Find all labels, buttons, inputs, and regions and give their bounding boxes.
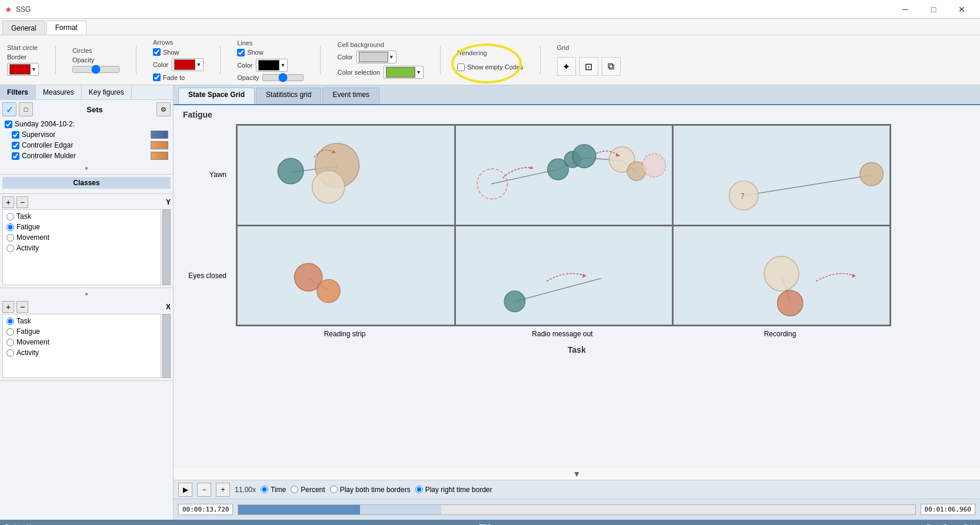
cell-recording-eyes-closed — [672, 225, 890, 325]
cell-svg-2 — [456, 126, 672, 225]
x-task-radio[interactable] — [6, 317, 14, 325]
sets-gear-icon[interactable]: ⚙ — [156, 102, 171, 116]
cell-svg-4 — [238, 226, 454, 325]
close-button[interactable]: ✕ — [948, 0, 975, 19]
checkmark-icon: ✓ — [6, 104, 14, 115]
x-task-label: Task — [16, 317, 31, 325]
grid-cells: 7 — [236, 124, 891, 326]
toolbar-start-circle: Start circle Border ▼ — [7, 44, 39, 76]
arrows-show-checkbox[interactable] — [153, 48, 161, 56]
show-empty-codes-checkbox[interactable] — [457, 63, 465, 71]
speed-display: 11,00x — [235, 486, 256, 494]
grid-icon-2[interactable]: ⊡ — [579, 57, 598, 76]
supervisor-tree-item[interactable]: Supervisor — [2, 129, 171, 140]
play-both-radio[interactable] — [330, 486, 338, 493]
maximize-button[interactable]: □ — [920, 0, 947, 19]
toolbar-cell-bg: Cell background Color ▼ Color selection … — [337, 41, 424, 79]
timeline-progress — [238, 505, 360, 514]
tab-event-times[interactable]: Event times — [322, 88, 379, 104]
x-movement-radio[interactable] — [6, 339, 14, 346]
border-color-picker[interactable]: ▼ — [7, 63, 39, 76]
tab-format[interactable]: Format — [46, 21, 86, 35]
tab-general[interactable]: General — [2, 21, 45, 35]
controller-edgar-tree-item[interactable]: Controller Edgar — [2, 140, 171, 151]
x-add-btn[interactable]: + — [2, 301, 14, 313]
separator-dot-2: ● — [85, 290, 88, 297]
filter-tab-keyfigures[interactable]: Key figures — [82, 85, 132, 99]
sets-check-icon[interactable]: ✓ — [2, 102, 16, 116]
supervisor-checkbox[interactable] — [12, 131, 19, 139]
time-radio[interactable] — [261, 486, 268, 493]
tab-state-space-grid[interactable]: State Space Grid — [178, 88, 255, 104]
mulder-checkbox[interactable] — [12, 152, 19, 160]
y-task-radio[interactable] — [6, 213, 14, 220]
lines-opacity-label: Opacity — [237, 74, 259, 81]
time-label: Time — [271, 486, 286, 494]
time-radio-group: Time — [261, 486, 286, 494]
sep4 — [320, 46, 321, 74]
toolbar: Start circle Border ▼ Circles Opacity Ar… — [0, 35, 980, 85]
controller-mulder-tree-item[interactable]: Controller Mulder — [2, 151, 171, 161]
cell-color-picker[interactable]: ▼ — [356, 51, 396, 63]
x-activity-item[interactable]: Activity — [4, 347, 159, 358]
y-add-btn[interactable]: + — [2, 196, 14, 208]
y-movement-radio[interactable] — [6, 234, 14, 242]
circles-opacity-slider[interactable] — [72, 66, 119, 73]
play-button[interactable]: ▶ — [178, 483, 192, 497]
filter-tab-filters[interactable]: Filters — [0, 85, 36, 99]
filter-tab-measures[interactable]: Measures — [36, 85, 82, 99]
cell-recording-yawn: 7 — [672, 125, 890, 225]
y-remove-btn[interactable]: − — [16, 196, 28, 208]
sets-square-icon[interactable]: □ — [19, 102, 33, 116]
svg-text:7: 7 — [741, 192, 745, 200]
y-fatigue-radio[interactable] — [6, 223, 14, 231]
playback-bar: ▶ − + 11,00x Time Percent Play both time… — [174, 480, 980, 499]
y-fatigue-item[interactable]: Fatigue — [4, 222, 159, 232]
lines-show-checkbox[interactable] — [237, 49, 245, 56]
lines-show-label: Show — [247, 49, 264, 56]
ssg-title: Fatigue — [183, 110, 971, 119]
x-movement-item[interactable]: Movement — [4, 337, 159, 347]
x-task-item[interactable]: Task — [4, 316, 159, 326]
edgar-checkbox[interactable] — [12, 142, 19, 149]
arrows-color-picker[interactable]: ▼ — [172, 58, 204, 71]
increase-speed-button[interactable]: + — [216, 483, 230, 497]
x-activity-radio[interactable] — [6, 349, 14, 357]
x-axis-main-label: Task — [183, 345, 971, 355]
lines-opacity-slider[interactable] — [262, 74, 304, 81]
x-remove-btn[interactable]: − — [16, 301, 28, 313]
tab-statistics-grid[interactable]: Statitistics grid — [256, 88, 321, 104]
expand-arrow[interactable]: ▼ — [174, 468, 980, 480]
classes-title: Classes — [2, 177, 171, 189]
grid-icon-3[interactable]: ⧉ — [602, 57, 621, 76]
date-tree-item[interactable]: Sunday 2004-10-2: — [2, 119, 171, 129]
y-activity-radio[interactable] — [6, 245, 14, 252]
toolbar-circles: Circles Opacity — [72, 47, 119, 73]
timeline-track[interactable] — [238, 504, 915, 515]
lines-color-picker[interactable]: ▼ — [256, 59, 288, 72]
show-empty-codes-label: Show empty Codes — [467, 63, 523, 71]
percent-radio[interactable] — [291, 486, 298, 493]
x-axis-scrollbar[interactable] — [162, 314, 171, 378]
y-task-label: Task — [16, 212, 31, 220]
y-activity-item[interactable]: Activity — [4, 243, 159, 253]
cell-selection-picker[interactable]: ▼ — [384, 66, 424, 79]
arrows-fade-label: Fade to — [163, 74, 185, 81]
date-checkbox[interactable] — [5, 121, 12, 128]
rendering-title: Rendering — [457, 49, 523, 56]
arrows-fade-checkbox[interactable] — [153, 73, 161, 81]
x-fatigue-radio[interactable] — [6, 328, 14, 336]
decrease-speed-button[interactable]: − — [197, 483, 211, 497]
timeline-bar: 00:00:13,720 00:01:06,960 — [174, 499, 980, 520]
svg-line-26 — [515, 278, 601, 301]
grid-icon-1[interactable]: ✦ — [557, 57, 576, 76]
x-fatigue-item[interactable]: Fatigue — [4, 326, 159, 337]
y-axis-scrollbar[interactable] — [162, 209, 171, 285]
minimize-button[interactable]: ─ — [892, 0, 919, 19]
supervisor-color-bar — [151, 131, 168, 139]
y-movement-item[interactable]: Movement — [4, 232, 159, 243]
date-label: Sunday 2004-10-2: — [15, 120, 75, 128]
y-task-item[interactable]: Task — [4, 211, 159, 222]
x-axis-list: Task Fatigue Movement Activity — [2, 314, 161, 378]
play-right-radio[interactable] — [415, 486, 423, 493]
